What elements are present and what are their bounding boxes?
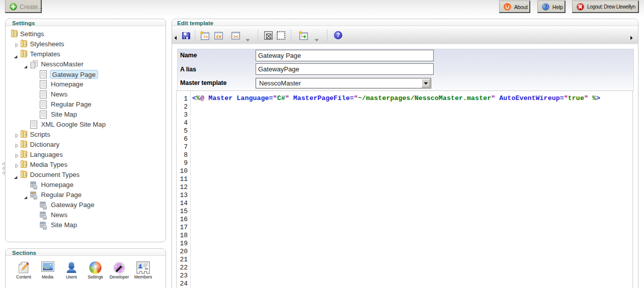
svg-text:?: ? (544, 4, 547, 10)
svg-text:><: >< (233, 35, 238, 40)
svg-text:£¥: £¥ (216, 34, 221, 39)
svg-text:?: ? (336, 32, 340, 39)
svg-text:?>: ?> (203, 35, 208, 39)
